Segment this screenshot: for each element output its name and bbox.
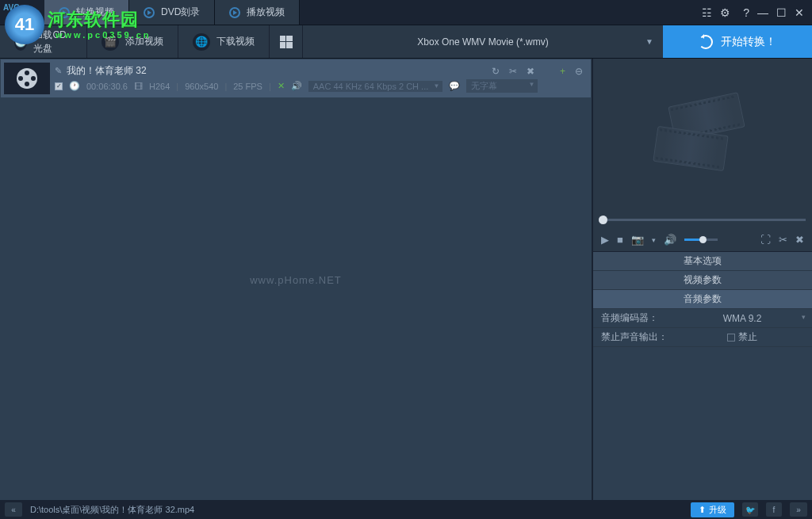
download-video-label: 下载视频 xyxy=(216,35,255,48)
tab-dvd-label: DVD刻录 xyxy=(161,6,200,19)
accordion-basic[interactable]: 基本选项 xyxy=(593,252,812,271)
xbox-icon: ✕ xyxy=(278,81,285,91)
adjust-button[interactable]: ✖ xyxy=(795,234,804,246)
file-list-panel: ✎ 我的！体育老师 32 ↻ ✂ ✖ + ⊖ ✓ 🕐 00:06:30.6 🎞 xyxy=(0,59,592,500)
edit-name-icon[interactable]: ✎ xyxy=(55,66,62,76)
collapse-button[interactable]: « xyxy=(5,502,22,517)
caret-down-icon: ▾ xyxy=(802,313,806,321)
preview-panel: ▶ ■ 📷 ▾ 🔊 ⛶ ✂ ✖ 基本选项 视频参数 音频参数 音频编码器： WM… xyxy=(592,59,812,500)
load-cd-label: 加载CD光盘 xyxy=(33,29,72,55)
film-icon: 🎞 xyxy=(134,82,143,91)
clock-icon: 🕐 xyxy=(69,81,80,91)
file-path: D:\tools\桌面\视频\我的！体育老师 32.mp4 xyxy=(30,504,194,516)
title-bar: AVC 转换视频 DVD刻录 播放视频 ☷ ⚙ ? — ☐ ✕ xyxy=(0,0,812,25)
film-strip-icon xyxy=(647,91,758,178)
subtitle-select[interactable]: 无字幕 ▼ xyxy=(466,79,538,93)
tab-convert-video[interactable]: 转换视频 xyxy=(44,0,129,25)
app-logo: AVC xyxy=(0,0,44,25)
caret-down-icon: ▼ xyxy=(645,37,653,46)
settings-button[interactable]: ⚙ xyxy=(720,6,730,19)
tab-convert-label: 转换视频 xyxy=(76,6,114,19)
accordion-audio[interactable]: 音频参数 xyxy=(593,290,812,309)
param-audio-encoder[interactable]: 音频编码器： WMA 9.2▾ xyxy=(593,309,812,328)
facebook-button[interactable]: f xyxy=(766,502,782,517)
param-mute-output[interactable]: 禁止声音输出： 禁止 xyxy=(593,328,812,347)
caret-down-icon: ▼ xyxy=(528,81,534,88)
play-button[interactable]: ▶ xyxy=(601,234,609,246)
volume-icon[interactable]: 🔊 xyxy=(664,234,676,246)
play-icon xyxy=(229,7,240,18)
mute-checkbox[interactable] xyxy=(727,334,735,342)
stop-button[interactable]: ■ xyxy=(617,234,623,246)
tab-play-label: 播放视频 xyxy=(247,6,285,19)
list-button[interactable]: ☷ xyxy=(702,6,712,19)
preview-box xyxy=(593,59,812,211)
center-watermark: www.pHome.NET xyxy=(250,273,342,285)
download-icon: 🌐 xyxy=(193,33,210,51)
seek-bar[interactable] xyxy=(593,211,812,228)
close-button[interactable]: ✕ xyxy=(795,6,804,19)
audio-track-label: AAC 44 KHz 64 Kbps 2 CH ... xyxy=(313,82,429,91)
fullscreen-button[interactable]: ⛶ xyxy=(760,234,771,246)
snapshot-caret[interactable]: ▾ xyxy=(652,236,656,244)
window-controls: ☷ ⚙ ? — ☐ ✕ xyxy=(694,0,812,25)
windows-icon xyxy=(280,36,293,48)
reel-icon xyxy=(17,68,37,89)
minimize-button[interactable]: — xyxy=(757,6,768,19)
file-codec: H264 xyxy=(149,82,170,91)
refresh-file-button[interactable]: ↻ xyxy=(492,66,500,77)
start-convert-button[interactable]: 开始转换！ xyxy=(663,25,812,58)
format-label: Xbox One WMV Movie (*.wmv) xyxy=(417,36,548,48)
cut-button[interactable]: ✂ xyxy=(779,234,787,246)
encoder-label: 音频编码器： xyxy=(593,311,672,325)
toolbar: 💿 加载CD光盘 🎬 添加视频 🌐 下载视频 Xbox One WMV Movi… xyxy=(0,25,812,59)
encoder-value: WMA 9.2 xyxy=(723,313,762,324)
platform-button[interactable] xyxy=(270,25,303,58)
accordion-video[interactable]: 视频参数 xyxy=(593,271,812,290)
player-controls: ▶ ■ 📷 ▾ 🔊 ⛶ ✂ ✖ xyxy=(593,228,812,252)
subtitle-label: 无字幕 xyxy=(471,81,497,90)
twitter-button[interactable]: 🐦 xyxy=(742,502,758,517)
upgrade-label: 升级 xyxy=(709,504,726,516)
load-cd-button[interactable]: 💿 加载CD光盘 xyxy=(0,25,87,58)
cut-file-button[interactable]: ✂ xyxy=(509,66,517,77)
add-video-label: 添加视频 xyxy=(125,35,163,48)
maximize-button[interactable]: ☐ xyxy=(776,6,787,19)
subtitle-icon: 💬 xyxy=(449,81,460,91)
tab-dvd-burn[interactable]: DVD刻录 xyxy=(129,0,215,25)
output-format-select[interactable]: Xbox One WMV Movie (*.wmv) ▼ xyxy=(303,25,663,58)
file-resolution: 960x540 xyxy=(185,82,218,91)
dvd-icon xyxy=(144,7,155,18)
caret-down-icon: ▼ xyxy=(433,82,439,90)
convert-icon xyxy=(699,35,713,49)
remove-file-button[interactable]: ⊖ xyxy=(575,66,583,77)
add-video-icon: 🎬 xyxy=(102,33,119,51)
snapshot-button[interactable]: 📷 xyxy=(631,234,644,246)
mute-label: 禁止声音输出： xyxy=(593,330,672,344)
upgrade-arrow-icon: ⬆ xyxy=(699,505,706,515)
file-thumbnail xyxy=(4,63,50,94)
file-name: 我的！体育老师 32 xyxy=(67,64,147,78)
add-file-button[interactable]: + xyxy=(560,66,565,77)
file-checkbox[interactable]: ✓ xyxy=(55,82,63,90)
speaker-icon: 🔊 xyxy=(291,81,302,91)
volume-slider[interactable] xyxy=(684,239,718,241)
file-duration: 00:06:30.6 xyxy=(86,82,128,91)
upgrade-button[interactable]: ⬆ 升级 xyxy=(691,502,734,517)
mute-value: 禁止 xyxy=(738,331,757,342)
status-bar: « D:\tools\桌面\视频\我的！体育老师 32.mp4 ⬆ 升级 🐦 f… xyxy=(0,500,812,519)
cd-icon: 💿 xyxy=(14,33,27,51)
add-video-button[interactable]: 🎬 添加视频 xyxy=(87,25,178,58)
help-button[interactable]: ? xyxy=(743,6,749,19)
audio-track-select[interactable]: AAC 44 KHz 64 Kbps 2 CH ... ▼ xyxy=(308,81,443,92)
download-video-button[interactable]: 🌐 下载视频 xyxy=(178,25,270,58)
seek-thumb[interactable] xyxy=(599,216,607,224)
convert-icon xyxy=(59,7,70,18)
expand-button[interactable]: » xyxy=(790,502,807,517)
file-row[interactable]: ✎ 我的！体育老师 32 ↻ ✂ ✖ + ⊖ ✓ 🕐 00:06:30.6 🎞 xyxy=(1,59,591,97)
start-convert-label: 开始转换！ xyxy=(721,35,776,49)
file-fps: 25 FPS xyxy=(233,82,262,91)
adjust-file-button[interactable]: ✖ xyxy=(527,66,534,77)
tab-play-video[interactable]: 播放视频 xyxy=(215,0,300,25)
